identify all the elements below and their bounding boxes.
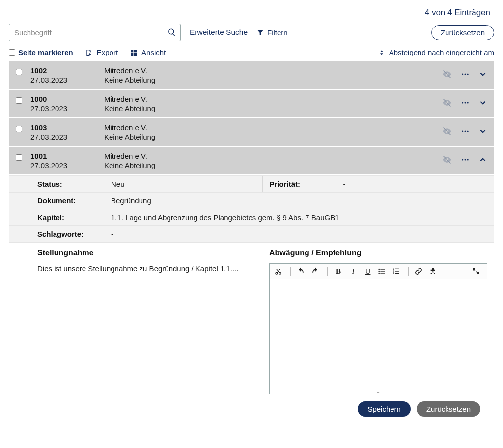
row-checkbox[interactable] <box>16 126 22 132</box>
more-icon[interactable] <box>461 98 470 107</box>
chevron-down-icon[interactable] <box>478 127 487 136</box>
chapter-value: 1.1. Lage und Abgrenzung des Plangebiete… <box>111 213 487 222</box>
row-org: Mitreden e.V. <box>104 123 442 132</box>
fullscreen-icon[interactable] <box>472 267 482 275</box>
priority-value: - <box>343 180 488 188</box>
number-list-icon[interactable]: 123 <box>392 267 402 275</box>
tags-label: Schlagworte: <box>37 230 111 238</box>
sort-button[interactable]: Absteigend nach eingereicht am <box>378 48 494 56</box>
editor-buttons: Speichern Zurücksetzen <box>269 394 487 417</box>
row-id: 1002 <box>30 66 104 75</box>
row-checkbox[interactable] <box>16 97 22 104</box>
svg-point-4 <box>462 74 463 75</box>
chevron-down-icon[interactable] <box>478 98 487 107</box>
eye-off-icon[interactable] <box>442 69 452 79</box>
status-value: Neu <box>111 180 255 188</box>
row-id: 1001 <box>30 152 104 160</box>
svg-point-13 <box>462 159 463 161</box>
filter-icon <box>256 28 264 36</box>
row-checkbox[interactable] <box>16 69 22 75</box>
mark-page-label[interactable]: Seite markieren <box>18 48 73 56</box>
more-icon[interactable] <box>461 70 470 79</box>
export-label: Export <box>97 48 118 56</box>
eye-off-icon[interactable] <box>442 155 452 165</box>
svg-rect-27 <box>395 271 399 271</box>
eye-off-icon[interactable] <box>442 126 452 136</box>
table-row: 100027.03.2023Mitreden e.V.Keine Abteilu… <box>9 90 494 118</box>
search-field-wrap <box>9 24 181 41</box>
undo-icon[interactable] <box>297 267 307 275</box>
search-icon[interactable] <box>166 27 178 38</box>
bold-icon[interactable]: B <box>334 267 343 276</box>
row-date: 27.03.2023 <box>30 76 104 84</box>
advanced-search-link[interactable]: Erweiterte Suche <box>190 28 248 37</box>
bullet-list-icon[interactable] <box>378 267 388 275</box>
statement-weighing-row: Stellungnahme Dies ist unsere Stellungna… <box>9 243 494 422</box>
svg-text:3: 3 <box>393 272 394 274</box>
more-icon[interactable] <box>461 155 470 164</box>
link-icon[interactable] <box>415 267 424 275</box>
svg-rect-19 <box>380 269 385 269</box>
weighing-heading: Abwägung / Empfehlung <box>269 249 487 257</box>
chapter-label: Kapitel: <box>37 213 111 222</box>
row-org: Mitreden e.V. <box>104 66 442 75</box>
cut-icon[interactable] <box>275 268 284 275</box>
plugin-icon[interactable] <box>429 267 439 275</box>
svg-rect-3 <box>134 53 137 55</box>
statement-column: Stellungnahme Dies ist unsere Stellungna… <box>9 243 262 422</box>
document-value: Begründung <box>111 196 487 205</box>
toolbar-separator <box>327 267 328 276</box>
row-dept: Keine Abteilung <box>104 76 442 84</box>
svg-point-22 <box>378 273 380 274</box>
row-date: 27.03.2023 <box>30 161 104 169</box>
mark-page-checkbox[interactable] <box>9 49 15 56</box>
svg-rect-29 <box>395 273 399 274</box>
save-button[interactable]: Speichern <box>358 401 411 417</box>
svg-point-6 <box>467 74 469 75</box>
filter-button[interactable]: Filtern <box>256 28 288 37</box>
redo-icon[interactable] <box>311 267 321 275</box>
svg-point-20 <box>378 271 380 272</box>
statement-text: Dies ist unsere Stellungnahme zu Begründ… <box>37 263 244 275</box>
svg-rect-0 <box>131 50 133 52</box>
row-id: 1003 <box>30 123 104 132</box>
row-checkbox[interactable] <box>16 154 22 161</box>
svg-point-10 <box>462 131 463 132</box>
editor-resize-handle[interactable]: ⌄ <box>270 389 487 394</box>
toolbar-separator <box>408 267 409 276</box>
document-label: Dokument: <box>37 196 111 205</box>
svg-point-11 <box>465 131 466 132</box>
export-button[interactable]: Export <box>85 48 118 56</box>
svg-point-5 <box>465 74 466 75</box>
chevron-down-icon[interactable] <box>478 70 487 79</box>
row-date: 27.03.2023 <box>30 104 104 112</box>
eye-off-icon[interactable] <box>442 98 452 108</box>
reset-editor-button[interactable]: Zurücksetzen <box>417 401 480 417</box>
svg-rect-23 <box>380 273 385 273</box>
svg-point-9 <box>467 102 469 104</box>
underline-icon[interactable]: U <box>363 267 373 276</box>
row-dept: Keine Abteilung <box>104 104 442 112</box>
search-input[interactable] <box>9 24 181 41</box>
svg-point-7 <box>462 102 463 104</box>
italic-icon[interactable]: I <box>348 267 358 276</box>
tags-value: - <box>111 230 487 238</box>
svg-rect-21 <box>380 271 385 271</box>
view-icon <box>130 49 138 56</box>
editor-textarea[interactable] <box>270 279 487 387</box>
reset-button[interactable]: Zurücksetzen <box>431 25 494 40</box>
svg-rect-25 <box>395 269 399 269</box>
row-org: Mitreden e.V. <box>104 95 442 103</box>
svg-rect-2 <box>131 53 133 55</box>
row-id: 1000 <box>30 95 104 103</box>
view-label: Ansicht <box>141 48 166 56</box>
more-icon[interactable] <box>461 127 470 136</box>
table-row: 100327.03.2023Mitreden e.V.Keine Abteilu… <box>9 118 494 147</box>
chevron-up-icon[interactable] <box>478 155 487 164</box>
svg-rect-1 <box>134 50 137 52</box>
svg-point-12 <box>467 131 469 132</box>
filter-label: Filtern <box>267 28 288 37</box>
table-row: 100227.03.2023Mitreden e.V.Keine Abteilu… <box>9 61 494 90</box>
view-button[interactable]: Ansicht <box>130 48 166 56</box>
row-dept: Keine Abteilung <box>104 161 442 169</box>
